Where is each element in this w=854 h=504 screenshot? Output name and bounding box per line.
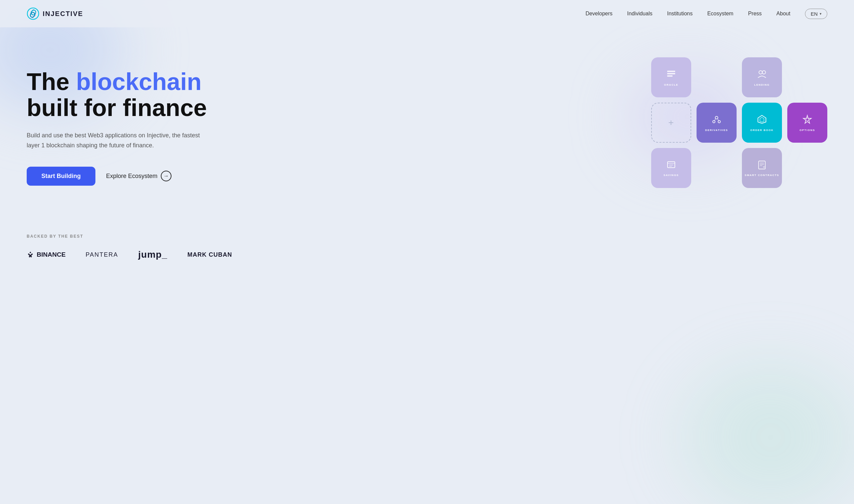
svg-line-10 (718, 119, 718, 121)
svg-point-8 (718, 120, 720, 123)
svg-point-4 (759, 71, 762, 74)
pantera-logo: PANTERA (86, 251, 118, 258)
savings-card: SAVINGS (651, 148, 691, 188)
derivatives-label: DERIVATIVES (705, 129, 728, 132)
svg-point-5 (762, 71, 766, 74)
plus-icon: + (668, 117, 674, 128)
svg-rect-14 (667, 162, 675, 168)
derivatives-card: DERIVATIVES (697, 103, 736, 143)
options-icon (802, 114, 813, 126)
oracle-label: ORACLE (664, 83, 679, 86)
lending-label: LENDING (754, 83, 770, 86)
nav-individuals[interactable]: Individuals (627, 11, 652, 17)
options-label: OPTIONS (800, 129, 815, 132)
lending-card: LENDING (742, 57, 782, 97)
mark-cuban-logo: MARK CUBAN (188, 251, 232, 258)
empty-cell-1 (697, 57, 736, 97)
logo[interactable]: INJECTIVE (27, 7, 83, 20)
nav-links: Developers Individuals Institutions Ecos… (586, 9, 827, 19)
savings-label: SAVINGS (663, 174, 679, 177)
arrow-right-icon: → (161, 171, 172, 181)
hero-buttons: Start Building Explore Ecosystem → (27, 167, 213, 186)
lending-icon (756, 69, 767, 81)
backed-section: BACKED BY THE BEST BINANCE PANTERA jump_… (0, 221, 854, 280)
svg-marker-12 (760, 117, 764, 122)
binance-logo: BINANCE (27, 251, 66, 258)
svg-point-7 (713, 120, 715, 123)
cards-grid: ORACLE LENDING + (651, 57, 827, 188)
empty-cell-2 (787, 57, 827, 97)
hero-title-prefix: The (27, 68, 76, 95)
backed-logos: BINANCE PANTERA jump_ MARK CUBAN (27, 249, 827, 260)
binance-icon (27, 251, 34, 258)
explore-ecosystem-button[interactable]: Explore Ecosystem → (106, 171, 172, 181)
nav-developers[interactable]: Developers (586, 11, 612, 17)
binance-text: BINANCE (37, 251, 66, 258)
language-selector[interactable]: EN ▾ (805, 9, 827, 19)
feature-cards: ORACLE LENDING + (654, 57, 827, 197)
empty-cell-4 (787, 148, 827, 188)
svg-point-6 (715, 116, 718, 119)
hero-title-suffix: built for finance (27, 94, 207, 121)
hero-title: The blockchain built for finance (27, 69, 213, 121)
svg-rect-2 (667, 73, 675, 74)
nav-press[interactable]: Press (748, 11, 762, 17)
svg-line-9 (715, 119, 716, 121)
logo-icon (27, 7, 39, 20)
options-card: OPTIONS (787, 103, 827, 143)
svg-rect-3 (667, 75, 673, 77)
orderbook-label: ORDER BOOK (750, 129, 773, 132)
jump-text: jump_ (138, 249, 167, 260)
hero-title-highlight: blockchain (76, 68, 202, 95)
language-label: EN (811, 11, 818, 17)
plus-card: + (651, 103, 691, 143)
mark-text: MARK CUBAN (188, 251, 232, 258)
nav-institutions[interactable]: Institutions (667, 11, 693, 17)
orderbook-icon (756, 114, 767, 126)
svg-rect-18 (759, 161, 765, 169)
savings-icon (666, 160, 676, 171)
smart-contracts-card: SMART CONTRACTS (742, 148, 782, 188)
lang-dropdown-icon: ▾ (820, 12, 822, 16)
derivatives-icon (711, 114, 722, 126)
nav-about[interactable]: About (776, 11, 790, 17)
backed-label: BACKED BY THE BEST (27, 234, 827, 239)
smart-icon (757, 160, 767, 171)
logo-text: INJECTIVE (43, 10, 83, 18)
jump-logo: jump_ (138, 249, 167, 260)
hero-content: The blockchain built for finance Build a… (27, 69, 213, 186)
smart-label: SMART CONTRACTS (745, 174, 779, 177)
explore-ecosystem-label: Explore Ecosystem (106, 173, 157, 180)
empty-cell-3 (697, 148, 736, 188)
oracle-icon (666, 69, 677, 81)
hero-subtitle: Build and use the best Web3 applications… (27, 130, 213, 151)
start-building-button[interactable]: Start Building (27, 167, 95, 186)
svg-rect-1 (667, 71, 675, 72)
hero-section: The blockchain built for finance Build a… (0, 27, 854, 221)
bg-blob-2 (670, 354, 854, 504)
svg-point-13 (806, 118, 808, 121)
navbar: INJECTIVE Developers Individuals Institu… (0, 0, 854, 27)
orderbook-card: ORDER BOOK (742, 103, 782, 143)
pantera-text: PANTERA (86, 251, 118, 258)
nav-ecosystem[interactable]: Ecosystem (707, 11, 733, 17)
oracle-card: ORACLE (651, 57, 691, 97)
